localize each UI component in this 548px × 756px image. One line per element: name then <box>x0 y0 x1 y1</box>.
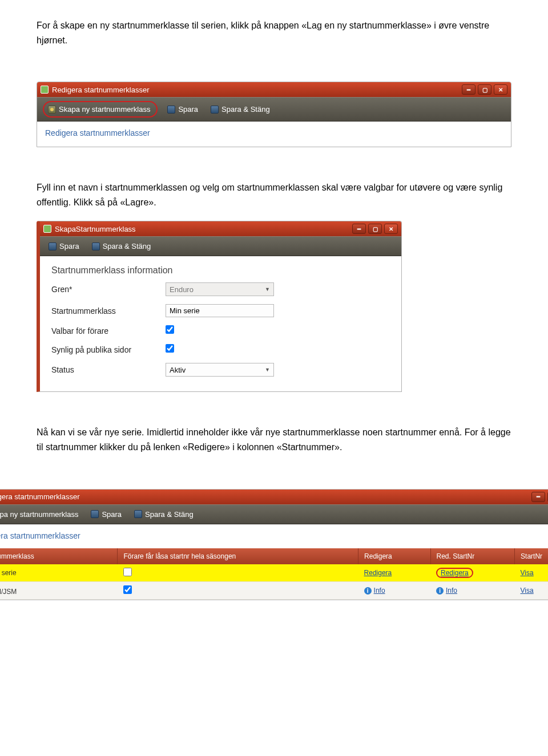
save-icon <box>211 106 219 114</box>
titlebar: Redigera startnummerklasser ━ ▢ ✕ <box>37 82 511 97</box>
save-icon <box>167 106 175 114</box>
create-new-label: Skapa ny startnummerklass <box>59 105 150 114</box>
toolbar: Skapa ny startnummerklass Spara Spara & … <box>0 504 548 524</box>
status-select[interactable]: Aktiv ▼ <box>166 363 274 377</box>
save-icon <box>91 510 99 518</box>
titlebar: SkapaStartnummerklass ━ ▢ ✕ <box>40 221 401 236</box>
save-close-button[interactable]: Spara & Stäng <box>89 240 154 252</box>
save-close-label: Spara & Stäng <box>145 510 194 519</box>
classes-table: Startnummerklass Förare får låsa startnr… <box>0 548 548 600</box>
window-redigera-1: Redigera startnummerklasser ━ ▢ ✕ Skapa … <box>37 82 511 147</box>
window-skapa: SkapaStartnummerklass ━ ▢ ✕ Spara Spara … <box>37 221 402 392</box>
red-startnr-link[interactable]: Info <box>446 587 457 595</box>
chevron-down-icon: ▼ <box>265 367 270 373</box>
create-new-button[interactable]: Skapa ny startnummerklass <box>0 508 81 520</box>
save-label: Spara <box>178 105 198 114</box>
window-title: Redigera startnummerklasser <box>52 86 150 94</box>
form-title: Startnummerklass information <box>51 265 390 276</box>
save-close-label: Spara & Stäng <box>103 242 151 250</box>
name-input[interactable] <box>166 304 274 317</box>
toolbar: Spara Spara & Stäng <box>40 236 401 256</box>
close-button[interactable]: ✕ <box>384 224 398 234</box>
save-button[interactable]: Spara <box>88 508 124 520</box>
lock-checkbox[interactable] <box>123 568 132 576</box>
save-close-button[interactable]: Spara & Stäng <box>208 103 273 115</box>
status-value: Aktiv <box>170 366 186 374</box>
lock-checkbox[interactable] <box>123 585 132 594</box>
table-row: Min serieRedigeraRedigeraVisa <box>0 564 548 582</box>
gren-select[interactable]: Enduro ▼ <box>166 282 274 296</box>
th-redigera: Redigera <box>358 548 430 564</box>
th-lock: Förare får låsa startnr hela säsongen <box>118 548 358 564</box>
window-redigera-2: Redigera startnummerklasser ━ ▢ ✕ Skapa … <box>0 489 548 612</box>
row-gren: Gren* Enduro ▼ <box>51 282 390 296</box>
valbar-label: Valbar för förare <box>51 326 166 335</box>
table-row: SM/JSMiInfoiInfoVisa <box>0 581 548 599</box>
info-icon: i <box>364 587 372 595</box>
save-icon <box>134 510 142 518</box>
th-startnummerklass: Startnummerklass <box>0 548 118 564</box>
toolbar: Skapa ny startnummerklass Spara Spara & … <box>37 97 511 122</box>
form-area: Startnummerklass information Gren* Endur… <box>40 256 401 391</box>
minimize-button[interactable]: ━ <box>352 224 366 234</box>
create-new-button[interactable]: Skapa ny startnummerklass <box>45 103 153 115</box>
save-close-button[interactable]: Spara & Stäng <box>131 508 196 520</box>
save-icon <box>92 242 100 250</box>
save-button[interactable]: Spara <box>46 240 82 252</box>
valbar-checkbox[interactable] <box>166 325 174 334</box>
paragraph-2: Fyll inn et navn i startnummerklassen og… <box>37 180 511 209</box>
row-status: Status Aktiv ▼ <box>51 363 390 377</box>
maximize-button[interactable]: ▢ <box>478 84 491 95</box>
panel-subheader: Redigera startnummerklasser <box>45 128 503 138</box>
paragraph-1: For å skape en ny startnummerklasse til … <box>37 18 511 47</box>
create-new-label: Skapa ny startnummerklass <box>0 510 78 519</box>
app-icon <box>41 86 49 94</box>
redigera-link[interactable]: Redigera <box>364 569 392 577</box>
save-label: Spara <box>102 510 122 519</box>
highlight-circle: Skapa ny startnummerklass <box>43 101 158 118</box>
highlight-circle: Redigera <box>436 568 473 578</box>
app-icon <box>43 225 51 233</box>
close-button[interactable]: ✕ <box>494 84 507 95</box>
window-title: SkapaStartnummerklass <box>55 225 136 233</box>
row-name: SM/JSM <box>0 588 17 596</box>
minimize-button[interactable]: ━ <box>462 84 476 95</box>
save-button[interactable]: Spara <box>164 103 201 115</box>
th-startnr: StartNr <box>515 548 548 564</box>
red-startnr-link[interactable]: Redigera <box>441 569 469 577</box>
row-valbar: Valbar för förare <box>51 325 390 336</box>
gren-value: Enduro <box>170 285 194 294</box>
synlig-label: Synlig på publika sidor <box>51 345 166 354</box>
startnr-link[interactable]: Visa <box>521 569 534 577</box>
redigera-link[interactable]: Info <box>374 587 385 595</box>
titlebar: Redigera startnummerklasser ━ ▢ ✕ <box>0 490 548 504</box>
status-label: Status <box>51 365 166 374</box>
save-icon <box>49 242 57 250</box>
minimize-button[interactable]: ━ <box>531 492 545 502</box>
window-title: Redigera startnummerklasser <box>0 492 80 501</box>
maximize-button[interactable]: ▢ <box>368 224 382 234</box>
chevron-down-icon: ▼ <box>265 286 270 292</box>
name-label: Startnummerklass <box>51 306 166 316</box>
row-synlig: Synlig på publika sidor <box>51 344 390 355</box>
new-icon <box>48 106 56 114</box>
info-icon: i <box>436 587 444 595</box>
save-close-label: Spara & Stäng <box>221 105 270 114</box>
panel-subheader: Redigera startnummerklasser <box>0 531 548 540</box>
row-startnummerklass: Startnummerklass <box>51 304 390 317</box>
row-name: Min serie <box>0 569 17 577</box>
gren-label: Gren* <box>51 285 166 294</box>
synlig-checkbox[interactable] <box>166 344 174 353</box>
save-label: Spara <box>59 242 79 250</box>
paragraph-3: Nå kan vi se vår nye serie. Imidlertid i… <box>37 425 511 454</box>
th-red-startnr: Red. StartNr <box>430 548 515 564</box>
startnr-link[interactable]: Visa <box>521 587 534 595</box>
